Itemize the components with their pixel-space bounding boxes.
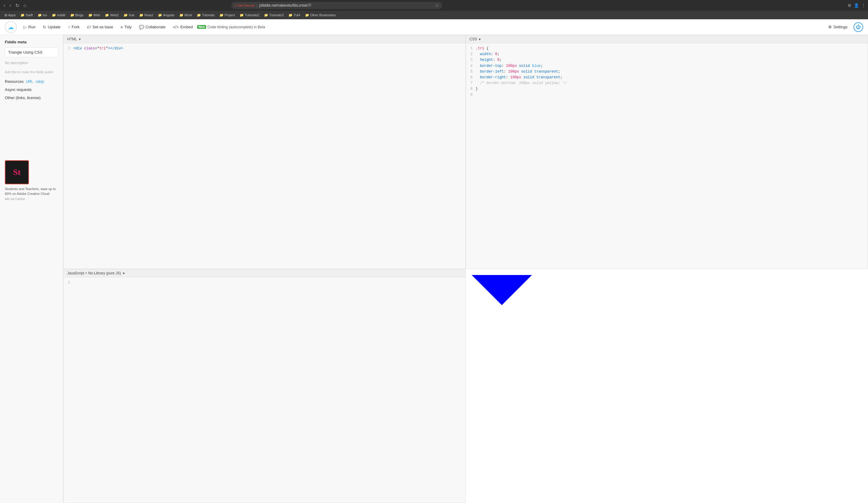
home-button[interactable]: ⌂ bbox=[22, 2, 28, 9]
forward-button[interactable]: › bbox=[8, 2, 12, 9]
bookmark-ios-label: ios bbox=[43, 13, 47, 17]
ad-logo-image: St bbox=[5, 160, 29, 184]
bookmark-angular[interactable]: 📁 Angular bbox=[156, 12, 177, 18]
embed-button[interactable]: </> Embed bbox=[170, 23, 196, 31]
css-panel-content[interactable]: 123456789 .tri { width: 0; height: 0; bo… bbox=[466, 43, 868, 269]
bookmark-tutorials3[interactable]: 📁 Tutorials3 bbox=[262, 12, 286, 18]
bookmark-work[interactable]: 📁 Work bbox=[177, 12, 194, 18]
js-panel-header[interactable]: JavaScript + No-Library (pure JS) ▼ bbox=[64, 269, 465, 277]
bookmark-swift[interactable]: 📁 Swift bbox=[18, 12, 35, 18]
bookmark-tutorials[interactable]: 📁 Tutorials bbox=[195, 12, 217, 18]
bookmark-vue-label: Vue bbox=[129, 13, 134, 17]
bookmark-web[interactable]: 📁 Web bbox=[86, 12, 102, 18]
editor-area: HTML ▼ 1 <div class="tri"></div> CSS ▼ 1… bbox=[63, 35, 868, 503]
collaborate-icon: 💬 bbox=[139, 25, 144, 30]
back-button[interactable]: ‹ bbox=[2, 2, 6, 9]
add-title-hint: Add title to make the fiddle public bbox=[5, 70, 58, 74]
app-header: ☁ ▷ Run ↻ Update ⑂ Fork 🏷 Set as base ≡ … bbox=[0, 19, 868, 35]
update-button[interactable]: ↻ Update bbox=[40, 23, 64, 31]
bookmark-vue[interactable]: 📁 Vue bbox=[122, 12, 136, 18]
bookmark-reddit[interactable]: 📁 reddit bbox=[50, 12, 68, 18]
html-dropdown-arrow: ▼ bbox=[79, 38, 81, 41]
folder-icon: 📁 bbox=[240, 13, 244, 17]
sidebar-meta-title: Fiddle meta bbox=[5, 40, 58, 44]
bookmark-web2[interactable]: 📁 Web2 bbox=[103, 12, 121, 18]
bookmarks-bar: ⊞ Apps 📁 Swift 📁 ios 📁 reddit 📁 Blogs 📁 … bbox=[0, 11, 868, 19]
async-requests-item[interactable]: Async requests bbox=[5, 87, 58, 92]
browser-chrome: ‹ › ↻ ⌂ ⚠ Not Secure | jsfiddle.net/nabe… bbox=[0, 0, 868, 11]
folder-icon: 📁 bbox=[38, 13, 42, 17]
run-button[interactable]: ▷ Run bbox=[21, 23, 39, 31]
bookmark-tutorials2[interactable]: 📁 Tutorials2 bbox=[238, 12, 261, 18]
js-panel-content[interactable]: 1 bbox=[64, 277, 465, 503]
html-panel-header[interactable]: HTML ▼ bbox=[64, 35, 465, 43]
reload-button[interactable]: ↻ bbox=[14, 2, 21, 9]
css-panel-header[interactable]: CSS ▼ bbox=[466, 35, 868, 43]
css-code[interactable]: .tri { width: 0; height: 0; border-top: … bbox=[474, 43, 868, 269]
bookmark-web2-label: Web2 bbox=[110, 13, 119, 17]
more-icon[interactable]: ⋮ bbox=[861, 3, 866, 8]
bookmark-tut4[interactable]: 📁 Tut4 bbox=[286, 12, 302, 18]
css-dropdown-arrow: ▼ bbox=[478, 38, 481, 41]
js-code-empty[interactable] bbox=[72, 277, 465, 503]
html-panel-title: HTML bbox=[67, 37, 77, 41]
bookmark-blogs[interactable]: 📁 Blogs bbox=[68, 12, 86, 18]
bookmark-swift-label: Swift bbox=[25, 13, 33, 17]
fork-label: Fork bbox=[72, 25, 80, 29]
browser-extension-icons: ⚙ 👤 ⋮ bbox=[847, 3, 866, 8]
settings-button[interactable]: ⚙ Settings bbox=[825, 23, 851, 31]
bookmark-other[interactable]: 📁 Other Bookmarks bbox=[303, 12, 338, 18]
folder-icon: 📁 bbox=[105, 13, 109, 17]
bookmark-project[interactable]: 📁 Project bbox=[217, 12, 237, 18]
embed-label: Embed bbox=[180, 25, 193, 29]
bookmark-project-label: Project bbox=[225, 13, 235, 17]
bookmark-ios[interactable]: 📁 ios bbox=[35, 12, 49, 18]
tidy-button[interactable]: ≡ Tidy bbox=[117, 23, 134, 31]
tag-icon: 🏷 bbox=[87, 25, 91, 30]
collaborate-button[interactable]: 💬 Collaborate bbox=[136, 23, 169, 31]
extensions-icon[interactable]: ⚙ bbox=[847, 3, 851, 8]
html-code[interactable]: <div class="tri"></div> bbox=[72, 43, 465, 269]
apps-grid-icon: ⊞ bbox=[4, 13, 7, 17]
css-line-numbers: 123456789 bbox=[466, 43, 474, 269]
profile-icon[interactable]: 👤 bbox=[854, 3, 859, 8]
set-as-base-button[interactable]: 🏷 Set as base bbox=[84, 23, 116, 31]
ad-text: Students and Teachers, save up to 60% on… bbox=[5, 187, 58, 196]
cloud-icon: ☁ bbox=[8, 23, 14, 31]
fiddle-name[interactable]: Triangle Using CSS bbox=[5, 47, 58, 57]
bookmark-react[interactable]: 📁 React bbox=[137, 12, 155, 18]
logo[interactable]: ☁ bbox=[5, 21, 17, 33]
collaborate-label: Collaborate bbox=[146, 25, 166, 29]
html-line-numbers: 1 bbox=[64, 43, 72, 269]
power-button[interactable]: ⏻ bbox=[854, 22, 863, 32]
bookmark-apps-label: Apps bbox=[8, 13, 16, 17]
update-label: Update bbox=[48, 25, 61, 29]
settings-icon: ⚙ bbox=[828, 25, 832, 29]
html-panel-content[interactable]: 1 <div class="tri"></div> bbox=[64, 43, 465, 269]
css-panel-title: CSS bbox=[469, 37, 477, 41]
resources-url-link[interactable]: URL bbox=[26, 80, 33, 84]
folder-icon: 📁 bbox=[179, 13, 184, 17]
bookmark-apps[interactable]: ⊞ Apps bbox=[2, 12, 18, 18]
bookmark-tutorials3-label: Tutorials3 bbox=[269, 13, 283, 17]
not-secure-indicator: ⚠ Not Secure bbox=[234, 3, 255, 8]
folder-icon: 📁 bbox=[21, 13, 25, 17]
js-panel-title: JavaScript + No-Library (pure JS) bbox=[67, 271, 121, 275]
tidy-label: Tidy bbox=[124, 25, 132, 29]
ad-via-text: ads via Carbon bbox=[5, 197, 58, 201]
bookmark-star-button[interactable]: ☆ bbox=[435, 3, 439, 8]
set-as-base-label: Set as base bbox=[93, 25, 113, 29]
other-links-item[interactable]: Other (links, license) bbox=[5, 95, 58, 100]
address-bar[interactable]: ⚠ Not Secure | jsfiddle.net/nabendu/6bLv… bbox=[231, 2, 442, 9]
resources-section: Resources URL cdnjs bbox=[5, 79, 58, 84]
folder-icon: 📁 bbox=[52, 13, 56, 17]
js-dropdown-arrow: ▼ bbox=[122, 272, 125, 275]
resources-cdnjs-link[interactable]: cdnjs bbox=[35, 80, 44, 84]
update-icon: ↻ bbox=[43, 25, 46, 30]
run-label: Run bbox=[28, 25, 35, 29]
fork-button[interactable]: ⑂ Fork bbox=[65, 23, 83, 31]
folder-icon: 📁 bbox=[305, 13, 309, 17]
fiddle-description: No description bbox=[5, 60, 58, 66]
ad-logo-text: St bbox=[13, 167, 21, 177]
address-separator: | bbox=[257, 3, 257, 8]
